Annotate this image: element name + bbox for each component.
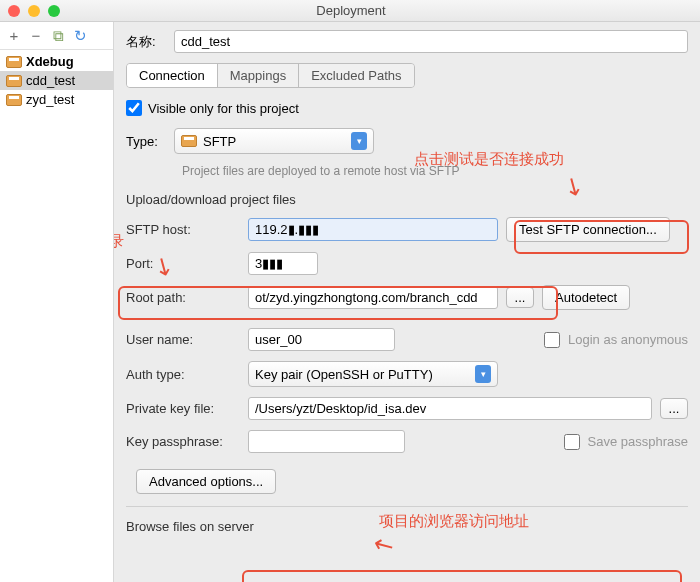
sftp-icon	[6, 56, 22, 68]
type-value: SFTP	[203, 134, 236, 149]
remove-icon[interactable]: −	[26, 27, 46, 44]
server-tree: Xdebug cdd_test zyd_test	[0, 50, 113, 111]
sftp-icon	[181, 135, 197, 147]
sftp-icon	[6, 94, 22, 106]
sidebar-toolbar: + − ⧉ ↻	[0, 22, 113, 50]
copy-icon[interactable]: ⧉	[48, 27, 68, 45]
tab-mappings[interactable]: Mappings	[218, 64, 299, 87]
passphrase-label: Key passphrase:	[126, 434, 240, 449]
save-passphrase-checkbox[interactable]	[564, 434, 580, 450]
chevron-down-icon: ▾	[351, 132, 367, 150]
visible-only-checkbox[interactable]	[126, 100, 142, 116]
chevron-down-icon: ▾	[475, 365, 491, 383]
annotation-root: 线上项目所在目录	[114, 232, 124, 251]
host-label: SFTP host:	[126, 222, 240, 237]
add-icon[interactable]: +	[4, 27, 24, 44]
upload-section-title: Upload/download project files	[126, 192, 688, 207]
annotation-arrow: ↘	[368, 529, 399, 563]
refresh-icon[interactable]: ↻	[70, 27, 90, 45]
sidebar: + − ⧉ ↻ Xdebug cdd_test zyd_test	[0, 22, 114, 582]
login-anonymous-checkbox[interactable]	[544, 332, 560, 348]
port-label: Port:	[126, 256, 240, 271]
window-title: Deployment	[10, 3, 692, 18]
highlight-browse	[242, 570, 682, 582]
name-input[interactable]	[174, 30, 688, 53]
advanced-options-button[interactable]: Advanced options...	[136, 469, 276, 494]
autodetect-button[interactable]: Autodetect	[542, 285, 630, 310]
visible-only-label: Visible only for this project	[148, 101, 299, 116]
test-connection-button[interactable]: Test SFTP connection...	[506, 217, 670, 242]
titlebar: Deployment	[0, 0, 700, 22]
tree-item-xdebug[interactable]: Xdebug	[0, 52, 113, 71]
tab-connection[interactable]: Connection	[127, 64, 218, 87]
type-label: Type:	[126, 134, 174, 149]
browse-key-button[interactable]: ...	[660, 398, 688, 419]
username-input[interactable]	[248, 328, 395, 351]
tree-item-cdd-test[interactable]: cdd_test	[0, 71, 113, 90]
host-input[interactable]	[248, 218, 498, 241]
auth-type-label: Auth type:	[126, 367, 240, 382]
browse-section-title: Browse files on server	[126, 519, 688, 534]
login-anonymous-label: Login as anonymous	[568, 332, 688, 347]
tabs: Connection Mappings Excluded Paths	[126, 63, 415, 88]
auth-type-select[interactable]: Key pair (OpenSSH or PuTTY) ▾	[248, 361, 498, 387]
passphrase-input[interactable]	[248, 430, 405, 453]
private-key-label: Private key file:	[126, 401, 240, 416]
tree-label: Xdebug	[26, 54, 74, 69]
name-label: 名称:	[126, 33, 174, 51]
browse-root-button[interactable]: ...	[506, 287, 534, 308]
divider	[126, 506, 688, 507]
private-key-input[interactable]	[248, 397, 652, 420]
main-panel: 名称: Connection Mappings Excluded Paths V…	[114, 22, 700, 582]
tree-label: cdd_test	[26, 73, 75, 88]
tree-item-zyd-test[interactable]: zyd_test	[0, 90, 113, 109]
tab-excluded-paths[interactable]: Excluded Paths	[299, 64, 413, 87]
tree-label: zyd_test	[26, 92, 74, 107]
sftp-icon	[6, 75, 22, 87]
type-hint: Project files are deployed to a remote h…	[182, 164, 688, 178]
username-label: User name:	[126, 332, 240, 347]
type-select[interactable]: SFTP ▾	[174, 128, 374, 154]
save-passphrase-label: Save passphrase	[588, 434, 688, 449]
root-path-label: Root path:	[126, 290, 240, 305]
port-input[interactable]	[248, 252, 318, 275]
root-path-input[interactable]	[248, 286, 498, 309]
auth-type-value: Key pair (OpenSSH or PuTTY)	[255, 367, 433, 382]
